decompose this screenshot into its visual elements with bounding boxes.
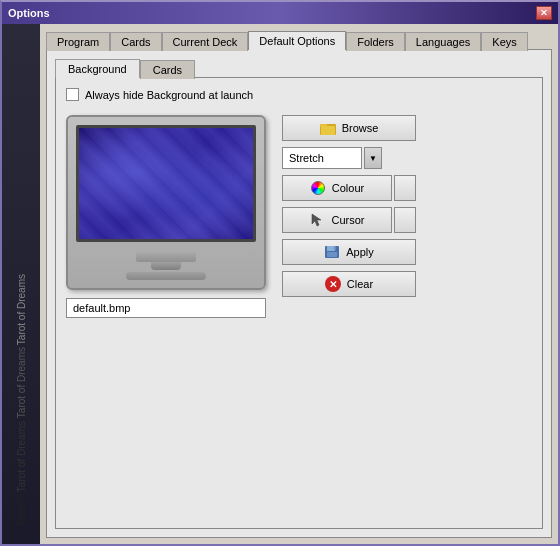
side-label-1: Tarot of Dreams xyxy=(16,274,27,345)
title-bar-left: Options xyxy=(8,7,50,19)
close-button[interactable]: ✕ xyxy=(536,6,552,20)
checkbox-row: Always hide Background at launch xyxy=(66,88,532,101)
cursor-label: Cursor xyxy=(331,214,364,226)
apply-button[interactable]: Apply xyxy=(282,239,416,265)
main-area: Program Cards Current Deck Default Optio… xyxy=(40,24,558,544)
browse-icon xyxy=(320,120,336,136)
browse-button[interactable]: Browse xyxy=(282,115,416,141)
hide-background-checkbox[interactable] xyxy=(66,88,79,101)
window-title: Options xyxy=(8,7,50,19)
inner-panel: Always hide Background at launch xyxy=(55,77,543,529)
dropdown-arrow[interactable]: ▼ xyxy=(364,147,382,169)
clear-button[interactable]: ✕ Clear xyxy=(282,271,416,297)
top-tabs: Program Cards Current Deck Default Optio… xyxy=(46,30,552,49)
colour-row: Colour xyxy=(282,175,416,201)
filename-display: default.bmp xyxy=(66,298,266,318)
svg-rect-2 xyxy=(321,126,335,135)
svg-rect-7 xyxy=(327,252,337,257)
svg-rect-5 xyxy=(327,246,335,251)
colour-button[interactable]: Colour xyxy=(282,175,392,201)
inner-tab-background[interactable]: Background xyxy=(55,59,140,78)
hide-background-label: Always hide Background at launch xyxy=(85,89,253,101)
svg-marker-3 xyxy=(312,214,321,226)
options-window: Options ✕ Tarot of Dreams Tarot of Dream… xyxy=(0,0,560,546)
inner-tab-cards[interactable]: Cards xyxy=(140,60,195,79)
clear-icon: ✕ xyxy=(325,276,341,292)
tab-folders[interactable]: Folders xyxy=(346,32,405,51)
side-label-area: Tarot of Dreams Tarot of Dreams Tarot of… xyxy=(2,24,40,544)
monitor-display xyxy=(66,115,266,290)
browse-label: Browse xyxy=(342,122,379,134)
cursor-row: Cursor xyxy=(282,207,416,233)
color-wheel-icon xyxy=(311,181,325,195)
side-label-2: Tarot of Dreams xyxy=(16,347,27,418)
close-icon: ✕ xyxy=(540,8,548,18)
tab-default-options[interactable]: Default Options xyxy=(248,31,346,50)
content-row: default.bmp xyxy=(66,115,532,518)
monitor-base xyxy=(136,250,196,262)
colour-label: Colour xyxy=(332,182,364,194)
title-bar: Options ✕ xyxy=(2,2,558,24)
monitor-container: default.bmp xyxy=(66,115,266,518)
side-label-3: Tarot of Dreams xyxy=(16,421,27,492)
dropdown-row: Stretch ▼ xyxy=(282,147,416,169)
cursor-side-button[interactable] xyxy=(394,207,416,233)
cursor-arrow-icon xyxy=(310,213,324,227)
side-label-4: Tarot C xyxy=(16,494,27,526)
inner-tabs: Background Cards xyxy=(55,58,543,77)
x-circle-icon: ✕ xyxy=(325,276,341,292)
cursor-button[interactable]: Cursor xyxy=(282,207,392,233)
colour-side-button[interactable] xyxy=(394,175,416,201)
clear-label: Clear xyxy=(347,278,373,290)
svg-rect-6 xyxy=(334,246,336,250)
tab-cards[interactable]: Cards xyxy=(110,32,161,51)
tab-current-deck[interactable]: Current Deck xyxy=(162,32,249,51)
folder-icon xyxy=(320,121,336,135)
stretch-dropdown[interactable]: Stretch xyxy=(282,147,362,169)
tab-keys[interactable]: Keys xyxy=(481,32,527,51)
buttons-column: Browse Stretch ▼ xyxy=(282,115,416,518)
apply-icon xyxy=(324,244,340,260)
apply-label: Apply xyxy=(346,246,374,258)
colour-icon xyxy=(310,180,326,196)
tab-languages[interactable]: Languages xyxy=(405,32,481,51)
monitor-screen xyxy=(76,125,256,242)
cursor-icon xyxy=(309,212,325,228)
main-panel: Background Cards Always hide Background … xyxy=(46,49,552,538)
save-disk-icon xyxy=(324,245,340,259)
tab-program[interactable]: Program xyxy=(46,32,110,51)
monitor-stand xyxy=(151,262,181,270)
monitor-foot xyxy=(126,272,206,280)
window-content: Tarot of Dreams Tarot of Dreams Tarot of… xyxy=(2,24,558,544)
